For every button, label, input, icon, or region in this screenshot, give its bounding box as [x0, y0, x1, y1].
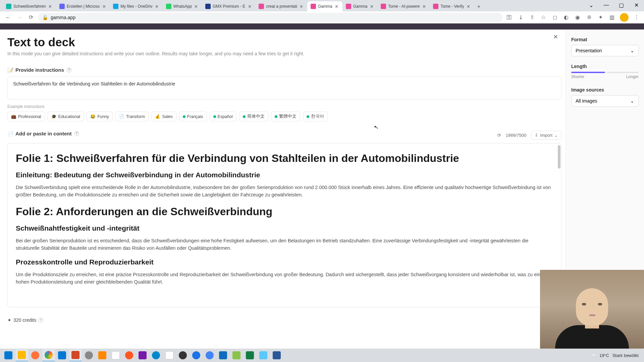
- key-icon[interactable]: ⚿: [506, 14, 513, 21]
- example-chip[interactable]: Español: [210, 112, 236, 121]
- close-tab-icon[interactable]: ✕: [299, 4, 304, 9]
- browser-tab[interactable]: Erstellen | Microso✕: [56, 1, 110, 11]
- close-tab-icon[interactable]: ✕: [102, 4, 106, 9]
- ext-icon-4[interactable]: ❊: [586, 14, 592, 21]
- example-chip[interactable]: 한국어: [303, 112, 328, 121]
- favicon-icon: [205, 4, 211, 9]
- vlc-icon[interactable]: [96, 349, 109, 361]
- slide-2-paragraph-2: Um die Produktionsziele zu erreichen, is…: [16, 271, 553, 286]
- example-chip[interactable]: 💼Professional: [7, 112, 45, 121]
- browser-tab[interactable]: Tome - AI-powere✕: [377, 1, 430, 11]
- instructions-icon: 📝: [7, 67, 13, 73]
- close-tab-icon[interactable]: ✕: [247, 4, 252, 9]
- info-icon[interactable]: ?: [74, 131, 79, 136]
- example-chip[interactable]: 💰Sales: [151, 112, 176, 121]
- app-icon-2[interactable]: [109, 349, 122, 361]
- browser-tab[interactable]: GMX Premium - E✕: [202, 1, 255, 11]
- excel-icon[interactable]: [244, 349, 256, 361]
- obs-icon[interactable]: [176, 349, 189, 361]
- minimize-button[interactable]: —: [599, 0, 614, 10]
- close-tab-icon[interactable]: ✕: [422, 4, 426, 9]
- chevron-down-icon[interactable]: ⌄: [584, 0, 599, 10]
- start-button[interactable]: [2, 349, 15, 361]
- info-icon[interactable]: ?: [67, 68, 71, 72]
- close-tab-icon[interactable]: ✕: [48, 4, 53, 9]
- tab-title: Tome - AI-powere: [388, 4, 420, 9]
- install-icon[interactable]: ⤓: [517, 14, 524, 21]
- extensions-icon[interactable]: ✦: [597, 14, 604, 21]
- telegram-icon[interactable]: [150, 349, 162, 361]
- example-chip[interactable]: 简体中文: [239, 112, 268, 121]
- profile-avatar[interactable]: [620, 13, 629, 22]
- close-tab-icon[interactable]: ✕: [194, 4, 199, 9]
- reload-button[interactable]: ⟳: [27, 13, 35, 21]
- close-modal-button[interactable]: ✕: [551, 32, 560, 42]
- chip-emoji-icon: 🎓: [51, 114, 57, 119]
- browser-tab[interactable]: My files - OneDriv✕: [110, 1, 162, 11]
- app-icon-4[interactable]: [163, 349, 176, 361]
- firefox-icon[interactable]: [29, 349, 42, 361]
- powerpoint-icon[interactable]: [69, 349, 82, 361]
- instructions-input[interactable]: Schweißverfahren für die Verbindung von …: [7, 76, 561, 100]
- app-icon-3[interactable]: [123, 349, 136, 361]
- close-tab-icon[interactable]: ✕: [334, 4, 339, 9]
- close-window-button[interactable]: ✕: [629, 0, 644, 10]
- url-input[interactable]: 🔒 gamma.app: [38, 13, 502, 22]
- ext-icon-3[interactable]: ◉: [574, 14, 581, 21]
- scrollbar-thumb[interactable]: [558, 145, 560, 169]
- close-tab-icon[interactable]: ✕: [369, 4, 374, 9]
- word-icon[interactable]: [270, 349, 283, 361]
- app-icon-1[interactable]: [83, 349, 95, 361]
- image-sources-select[interactable]: All images ⌄: [571, 95, 639, 107]
- slide-1-subtitle: Einleitung: Bedeutung der Schweißverbind…: [16, 171, 553, 179]
- maximize-button[interactable]: ▢: [614, 0, 629, 10]
- slide-2-subtitle-2: Prozesskontrolle und Reproduzierbarkeit: [16, 258, 553, 266]
- example-chip[interactable]: 🎓Educational: [48, 112, 84, 121]
- back-button[interactable]: ←: [4, 13, 12, 21]
- length-slider[interactable]: [571, 72, 639, 73]
- tab-title: WhatsApp: [173, 4, 192, 9]
- notepad-icon[interactable]: [257, 349, 270, 361]
- outlook-icon[interactable]: [56, 349, 68, 361]
- content-editor[interactable]: Folie 1: Schweißverfahren für die Verbin…: [7, 143, 561, 307]
- share-icon[interactable]: ⇧: [529, 14, 535, 21]
- sidepanel-icon[interactable]: ▥: [608, 14, 615, 21]
- bookmark-icon[interactable]: ☆: [540, 14, 547, 21]
- chip-label: 繁體中文: [279, 114, 297, 119]
- example-chip[interactable]: 😂Funny: [87, 112, 113, 121]
- browser-tab[interactable]: Gamma✕: [342, 1, 378, 11]
- browser-tab[interactable]: Schweißverfahren✕: [3, 1, 56, 11]
- ext-icon-1[interactable]: ◻: [551, 14, 558, 21]
- tab-title: Gamma: [353, 4, 368, 9]
- chrome-icon[interactable]: [42, 349, 55, 361]
- browser-tab[interactable]: creat a presentati✕: [255, 1, 307, 11]
- app-icon-7[interactable]: [217, 349, 229, 361]
- browser-tab-strip: Schweißverfahren✕Erstellen | Microso✕My …: [0, 0, 644, 11]
- app-header-strip: [0, 23, 644, 29]
- new-tab-button[interactable]: +: [474, 2, 483, 11]
- example-chip[interactable]: 繁體中文: [271, 112, 300, 121]
- ext-icon-2[interactable]: ◐: [563, 14, 570, 21]
- content-icon: 📄: [7, 131, 13, 136]
- example-chip[interactable]: 📄Transform: [115, 112, 149, 121]
- browser-tab[interactable]: Tome - Verify✕: [430, 1, 474, 11]
- app-icon-6[interactable]: [203, 349, 216, 361]
- forward-button[interactable]: →: [15, 13, 23, 21]
- close-tab-icon[interactable]: ✕: [466, 4, 471, 9]
- browser-tab[interactable]: Gamma✕: [307, 1, 342, 11]
- browser-tab[interactable]: WhatsApp✕: [163, 1, 202, 11]
- instructions-heading: 📝 Provide instructions ?: [7, 67, 561, 73]
- app-icon-5[interactable]: [190, 349, 203, 361]
- explorer-icon[interactable]: [15, 349, 28, 361]
- example-chip[interactable]: Français: [179, 112, 207, 121]
- weather-icon[interactable]: ☁️: [591, 353, 596, 358]
- onenote-icon[interactable]: [136, 349, 149, 361]
- import-button[interactable]: ⇩ Import ⌄: [531, 131, 561, 140]
- format-select[interactable]: Presentation ⌄: [571, 45, 639, 56]
- close-tab-icon[interactable]: ✕: [155, 4, 159, 9]
- chip-label: 简体中文: [247, 114, 265, 119]
- menu-icon[interactable]: ⋮: [633, 14, 640, 21]
- favicon-icon: [59, 4, 65, 9]
- app-icon-8[interactable]: [230, 349, 243, 361]
- info-icon[interactable]: ?: [38, 318, 43, 322]
